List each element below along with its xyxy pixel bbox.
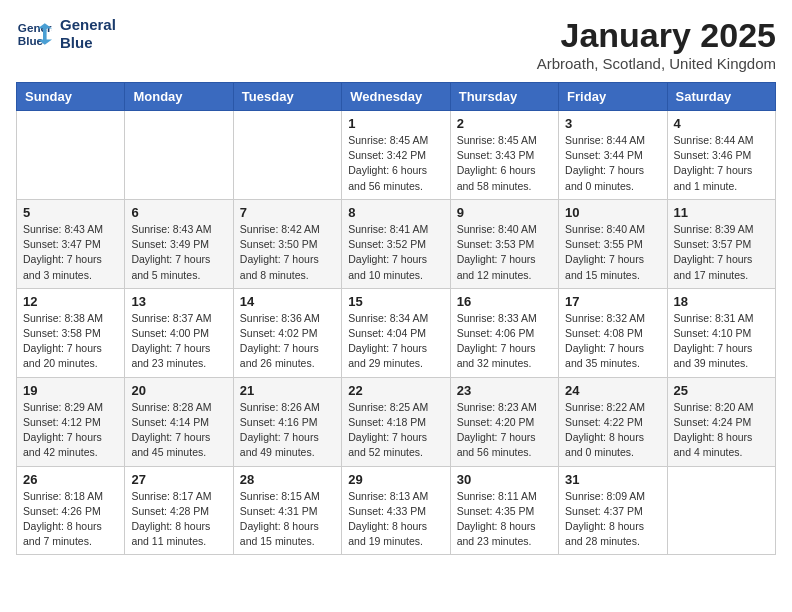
day-info: Sunrise: 8:34 AM Sunset: 4:04 PM Dayligh… bbox=[348, 311, 443, 372]
day-number: 4 bbox=[674, 116, 769, 131]
day-info: Sunrise: 8:44 AM Sunset: 3:46 PM Dayligh… bbox=[674, 133, 769, 194]
calendar-cell: 28Sunrise: 8:15 AM Sunset: 4:31 PM Dayli… bbox=[233, 466, 341, 555]
calendar-cell: 21Sunrise: 8:26 AM Sunset: 4:16 PM Dayli… bbox=[233, 377, 341, 466]
calendar-cell: 27Sunrise: 8:17 AM Sunset: 4:28 PM Dayli… bbox=[125, 466, 233, 555]
calendar-cell: 11Sunrise: 8:39 AM Sunset: 3:57 PM Dayli… bbox=[667, 199, 775, 288]
logo: General Blue General Blue bbox=[16, 16, 116, 52]
calendar-cell: 13Sunrise: 8:37 AM Sunset: 4:00 PM Dayli… bbox=[125, 288, 233, 377]
calendar-cell: 10Sunrise: 8:40 AM Sunset: 3:55 PM Dayli… bbox=[559, 199, 667, 288]
day-info: Sunrise: 8:20 AM Sunset: 4:24 PM Dayligh… bbox=[674, 400, 769, 461]
page-header: General Blue General Blue January 2025 A… bbox=[16, 16, 776, 72]
day-number: 10 bbox=[565, 205, 660, 220]
day-number: 6 bbox=[131, 205, 226, 220]
day-info: Sunrise: 8:33 AM Sunset: 4:06 PM Dayligh… bbox=[457, 311, 552, 372]
calendar-cell: 25Sunrise: 8:20 AM Sunset: 4:24 PM Dayli… bbox=[667, 377, 775, 466]
calendar-cell: 29Sunrise: 8:13 AM Sunset: 4:33 PM Dayli… bbox=[342, 466, 450, 555]
day-info: Sunrise: 8:22 AM Sunset: 4:22 PM Dayligh… bbox=[565, 400, 660, 461]
weekday-header: Tuesday bbox=[233, 83, 341, 111]
calendar-cell bbox=[233, 111, 341, 200]
day-info: Sunrise: 8:45 AM Sunset: 3:43 PM Dayligh… bbox=[457, 133, 552, 194]
logo-icon: General Blue bbox=[16, 16, 52, 52]
calendar-cell: 20Sunrise: 8:28 AM Sunset: 4:14 PM Dayli… bbox=[125, 377, 233, 466]
calendar-cell: 8Sunrise: 8:41 AM Sunset: 3:52 PM Daylig… bbox=[342, 199, 450, 288]
logo-line1: General bbox=[60, 16, 116, 34]
day-number: 24 bbox=[565, 383, 660, 398]
calendar-cell: 15Sunrise: 8:34 AM Sunset: 4:04 PM Dayli… bbox=[342, 288, 450, 377]
calendar-week-row: 12Sunrise: 8:38 AM Sunset: 3:58 PM Dayli… bbox=[17, 288, 776, 377]
calendar-cell: 30Sunrise: 8:11 AM Sunset: 4:35 PM Dayli… bbox=[450, 466, 558, 555]
calendar-cell: 23Sunrise: 8:23 AM Sunset: 4:20 PM Dayli… bbox=[450, 377, 558, 466]
day-number: 27 bbox=[131, 472, 226, 487]
calendar-cell: 9Sunrise: 8:40 AM Sunset: 3:53 PM Daylig… bbox=[450, 199, 558, 288]
calendar-cell bbox=[125, 111, 233, 200]
calendar-cell: 1Sunrise: 8:45 AM Sunset: 3:42 PM Daylig… bbox=[342, 111, 450, 200]
day-info: Sunrise: 8:13 AM Sunset: 4:33 PM Dayligh… bbox=[348, 489, 443, 550]
calendar-cell: 26Sunrise: 8:18 AM Sunset: 4:26 PM Dayli… bbox=[17, 466, 125, 555]
calendar-cell: 12Sunrise: 8:38 AM Sunset: 3:58 PM Dayli… bbox=[17, 288, 125, 377]
weekday-header-row: SundayMondayTuesdayWednesdayThursdayFrid… bbox=[17, 83, 776, 111]
calendar-table: SundayMondayTuesdayWednesdayThursdayFrid… bbox=[16, 82, 776, 555]
weekday-header: Friday bbox=[559, 83, 667, 111]
day-number: 30 bbox=[457, 472, 552, 487]
calendar-cell bbox=[667, 466, 775, 555]
day-info: Sunrise: 8:44 AM Sunset: 3:44 PM Dayligh… bbox=[565, 133, 660, 194]
logo-line2: Blue bbox=[60, 34, 116, 52]
calendar-cell: 4Sunrise: 8:44 AM Sunset: 3:46 PM Daylig… bbox=[667, 111, 775, 200]
calendar-cell: 19Sunrise: 8:29 AM Sunset: 4:12 PM Dayli… bbox=[17, 377, 125, 466]
day-number: 13 bbox=[131, 294, 226, 309]
calendar-cell: 18Sunrise: 8:31 AM Sunset: 4:10 PM Dayli… bbox=[667, 288, 775, 377]
day-number: 7 bbox=[240, 205, 335, 220]
weekday-header: Saturday bbox=[667, 83, 775, 111]
day-info: Sunrise: 8:11 AM Sunset: 4:35 PM Dayligh… bbox=[457, 489, 552, 550]
calendar-cell: 5Sunrise: 8:43 AM Sunset: 3:47 PM Daylig… bbox=[17, 199, 125, 288]
day-info: Sunrise: 8:40 AM Sunset: 3:53 PM Dayligh… bbox=[457, 222, 552, 283]
day-number: 16 bbox=[457, 294, 552, 309]
calendar-cell bbox=[17, 111, 125, 200]
calendar-week-row: 26Sunrise: 8:18 AM Sunset: 4:26 PM Dayli… bbox=[17, 466, 776, 555]
calendar-week-row: 1Sunrise: 8:45 AM Sunset: 3:42 PM Daylig… bbox=[17, 111, 776, 200]
day-number: 12 bbox=[23, 294, 118, 309]
day-info: Sunrise: 8:41 AM Sunset: 3:52 PM Dayligh… bbox=[348, 222, 443, 283]
day-number: 23 bbox=[457, 383, 552, 398]
title-area: January 2025 Arbroath, Scotland, United … bbox=[537, 16, 776, 72]
day-info: Sunrise: 8:31 AM Sunset: 4:10 PM Dayligh… bbox=[674, 311, 769, 372]
day-info: Sunrise: 8:09 AM Sunset: 4:37 PM Dayligh… bbox=[565, 489, 660, 550]
calendar-cell: 3Sunrise: 8:44 AM Sunset: 3:44 PM Daylig… bbox=[559, 111, 667, 200]
day-number: 19 bbox=[23, 383, 118, 398]
calendar-week-row: 19Sunrise: 8:29 AM Sunset: 4:12 PM Dayli… bbox=[17, 377, 776, 466]
calendar-cell: 2Sunrise: 8:45 AM Sunset: 3:43 PM Daylig… bbox=[450, 111, 558, 200]
day-number: 2 bbox=[457, 116, 552, 131]
day-number: 22 bbox=[348, 383, 443, 398]
day-info: Sunrise: 8:45 AM Sunset: 3:42 PM Dayligh… bbox=[348, 133, 443, 194]
day-info: Sunrise: 8:26 AM Sunset: 4:16 PM Dayligh… bbox=[240, 400, 335, 461]
day-number: 18 bbox=[674, 294, 769, 309]
calendar-cell: 31Sunrise: 8:09 AM Sunset: 4:37 PM Dayli… bbox=[559, 466, 667, 555]
day-info: Sunrise: 8:18 AM Sunset: 4:26 PM Dayligh… bbox=[23, 489, 118, 550]
day-info: Sunrise: 8:23 AM Sunset: 4:20 PM Dayligh… bbox=[457, 400, 552, 461]
day-number: 1 bbox=[348, 116, 443, 131]
day-number: 20 bbox=[131, 383, 226, 398]
day-number: 17 bbox=[565, 294, 660, 309]
day-number: 5 bbox=[23, 205, 118, 220]
calendar-cell: 22Sunrise: 8:25 AM Sunset: 4:18 PM Dayli… bbox=[342, 377, 450, 466]
calendar-cell: 14Sunrise: 8:36 AM Sunset: 4:02 PM Dayli… bbox=[233, 288, 341, 377]
day-number: 14 bbox=[240, 294, 335, 309]
calendar-cell: 7Sunrise: 8:42 AM Sunset: 3:50 PM Daylig… bbox=[233, 199, 341, 288]
day-info: Sunrise: 8:38 AM Sunset: 3:58 PM Dayligh… bbox=[23, 311, 118, 372]
day-info: Sunrise: 8:36 AM Sunset: 4:02 PM Dayligh… bbox=[240, 311, 335, 372]
day-info: Sunrise: 8:43 AM Sunset: 3:47 PM Dayligh… bbox=[23, 222, 118, 283]
day-number: 15 bbox=[348, 294, 443, 309]
day-info: Sunrise: 8:37 AM Sunset: 4:00 PM Dayligh… bbox=[131, 311, 226, 372]
day-info: Sunrise: 8:32 AM Sunset: 4:08 PM Dayligh… bbox=[565, 311, 660, 372]
day-number: 26 bbox=[23, 472, 118, 487]
calendar-cell: 24Sunrise: 8:22 AM Sunset: 4:22 PM Dayli… bbox=[559, 377, 667, 466]
day-number: 9 bbox=[457, 205, 552, 220]
calendar-cell: 16Sunrise: 8:33 AM Sunset: 4:06 PM Dayli… bbox=[450, 288, 558, 377]
weekday-header: Wednesday bbox=[342, 83, 450, 111]
weekday-header: Thursday bbox=[450, 83, 558, 111]
day-number: 3 bbox=[565, 116, 660, 131]
location: Arbroath, Scotland, United Kingdom bbox=[537, 55, 776, 72]
day-info: Sunrise: 8:15 AM Sunset: 4:31 PM Dayligh… bbox=[240, 489, 335, 550]
month-title: January 2025 bbox=[537, 16, 776, 55]
weekday-header: Sunday bbox=[17, 83, 125, 111]
